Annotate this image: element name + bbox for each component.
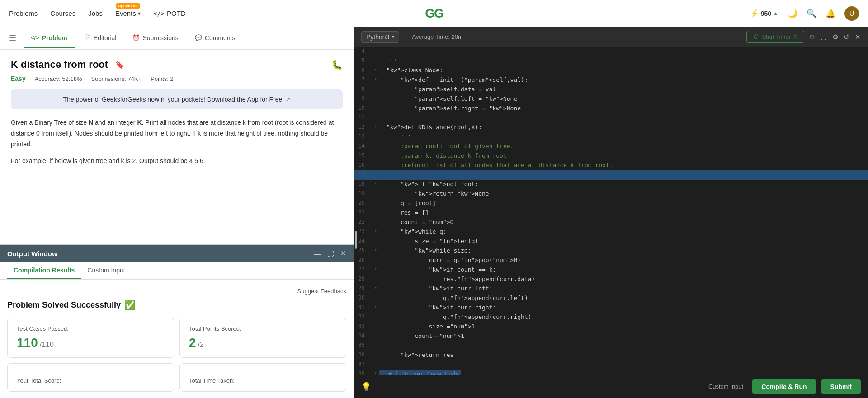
editor-bottom-bar: 💡 Custom Input Compile & Run Submit [354,375,868,398]
code-line-26: 26 curr = q."fn">pop("num">0) [354,256,868,265]
code-line-31: 31▾ "kw">if curr.right: [354,303,868,313]
settings-icon[interactable]: ⚙ [832,33,838,41]
code-line-14: 14 :param root: root of given tree. [354,142,868,151]
language-selector[interactable]: Python3 ▾ [361,31,399,43]
nav-left: Problems Courses Jobs Upcoming Events ▾ … [9,9,186,17]
code-line-28: 28 res."fn">append(curr.data) [354,275,868,284]
line-content: :param root: root of given tree. [379,142,868,151]
fold-indicator[interactable]: ▾ [372,265,379,272]
fold-indicator[interactable]: ▾ [372,227,379,234]
difficulty-label: Easy [11,75,26,82]
fold-indicator[interactable]: ▾ [372,75,379,83]
app-download-banner[interactable]: The power of GeeksforGeeks now in your p… [11,89,343,109]
code-editor[interactable]: 4 5 '''6▾ "kw">class Node:7▾ "kw">def __… [354,47,868,375]
tab-compilation-results[interactable]: Compilation Results [7,262,81,279]
code-line-35: 35 [354,341,868,351]
line-content: "param">self.right = "kw">None [379,104,868,113]
streak-value: 950 [761,10,771,17]
submit-button[interactable]: Submit [821,379,861,394]
success-check-icon: ✅ [124,300,136,310]
fold-indicator[interactable]: ▾ [372,66,379,73]
bug-icon[interactable]: 🐛 [331,59,343,70]
line-content: q = [root] [379,199,868,208]
compile-run-button[interactable]: Compile & Run [752,379,816,394]
fold-indicator[interactable]: ▾ [372,123,379,130]
streak-arrow-icon: ▲ [773,10,778,17]
line-content: "kw">while q: [379,227,868,237]
timer-icon: ⊙ [793,34,797,40]
tab-problem[interactable]: </> Problem [24,29,75,48]
logo-area[interactable]: GG [425,6,443,21]
nav-courses[interactable]: Courses [50,9,75,17]
tab-custom-input[interactable]: Custom Input [81,262,131,279]
fold-indicator[interactable]: ▾ [372,370,379,375]
total-score-label: Your Total Score: [17,377,165,384]
chevron-down-icon: ▾ [138,10,141,17]
theme-toggle-icon[interactable]: 🌙 [788,9,797,19]
banner-text: The power of GeeksforGeeks now in your p… [63,96,283,103]
suggest-feedback-link[interactable]: Suggest Feedback [297,288,346,295]
accuracy-label: Accuracy: 52.18% [35,75,82,82]
line-content: "kw">if curr.right: [379,303,868,313]
output-window: Output Window — ⛶ ✕ Compilation Results … [0,244,354,398]
close-output-icon[interactable]: ✕ [340,249,346,258]
notification-icon[interactable]: 🔔 [826,9,835,19]
toolbar-right: ⏱ Start Timer ⊙ ⧉ ⛶ ⚙ ↺ ✕ [746,31,861,43]
code-line-22: 22 count = "num">0 [354,218,868,227]
points-scored-label: Total Points Scored: [189,325,337,332]
nav-events-label: Events [115,9,136,17]
problem-title-row: K distance from root 🔖 🐛 [11,59,343,70]
code-line-27: 27▾ "kw">if count == k: [354,265,868,275]
nav-problems[interactable]: Problems [9,9,38,17]
code-line-29: 29▾ "kw">if curr.left: [354,284,868,294]
problem-tabs: ☰ </> Problem 📄 Editorial ⏰ Submissions … [0,27,354,50]
problem-description-2: For example, if below is given tree and … [11,156,343,167]
code-line-23: 23▾ "kw">while q: [354,227,868,237]
close-editor-icon[interactable]: ✕ [855,33,861,41]
minimize-icon[interactable]: — [314,250,321,258]
line-content: "kw">def KDistance(root,k): [379,123,868,132]
success-title: Problem Solved Successfully [7,300,121,310]
streak-counter[interactable]: ⚡ 950 ▲ [750,9,778,18]
line-content: '' [379,170,868,180]
user-avatar[interactable]: U [844,6,859,21]
line-content: "kw">if curr.left: [379,284,868,294]
results-grid: Test Cases Passed: 110 /110 Total Points… [7,318,346,392]
light-bulb-icon[interactable]: 💡 [361,382,371,392]
fullscreen-icon[interactable]: ⛶ [820,33,827,41]
nav-potd[interactable]: </> POTD [153,9,186,17]
line-content [379,360,868,370]
tab-comments[interactable]: 💬 Comments [188,29,243,48]
code-line-38: 38▾ # } Driver Code Ends [354,370,868,375]
test-cases-total: /110 [40,341,54,349]
test-cases-label: Test Cases Passed: [17,325,165,332]
reset-icon[interactable]: ↺ [844,33,849,41]
output-tabs: Compilation Results Custom Input [0,262,354,280]
nav-jobs[interactable]: Jobs [88,9,103,17]
code-line-25: 25▾ "kw">while size: [354,246,868,256]
problem-title: K distance from root [11,59,108,70]
copy-icon[interactable]: ⧉ [810,33,815,41]
code-line-18: 18▾ "kw">if "kw">not root: [354,180,868,189]
code-line-17: 17 '' [354,170,868,180]
code-line-19: 19 "kw">return "kw">None [354,189,868,199]
fold-indicator[interactable]: ▾ [372,246,379,253]
resize-handle[interactable] [354,54,358,398]
bookmark-icon[interactable]: 🔖 [115,61,124,69]
custom-input-link[interactable]: Custom Input [708,383,743,390]
search-icon[interactable]: 🔍 [807,9,816,19]
hamburger-icon[interactable]: ☰ [9,33,16,43]
main-layout: ☰ </> Problem 📄 Editorial ⏰ Submissions … [0,27,868,398]
tab-editorial[interactable]: 📄 Editorial [76,29,124,48]
tab-submissions[interactable]: ⏰ Submissions [125,29,185,48]
line-content [379,341,868,351]
fold-indicator[interactable]: ▾ [372,303,379,310]
line-content: ''' [379,132,868,142]
fold-indicator[interactable]: ▾ [372,284,379,291]
editorial-icon: 📄 [84,34,91,41]
nav-events[interactable]: Upcoming Events ▾ [115,9,141,17]
start-timer-button[interactable]: ⏱ Start Timer ⊙ [746,31,804,43]
test-cases-num: 110 [17,336,38,350]
expand-icon[interactable]: ⛶ [327,250,334,258]
fold-indicator[interactable]: ▾ [372,180,379,187]
